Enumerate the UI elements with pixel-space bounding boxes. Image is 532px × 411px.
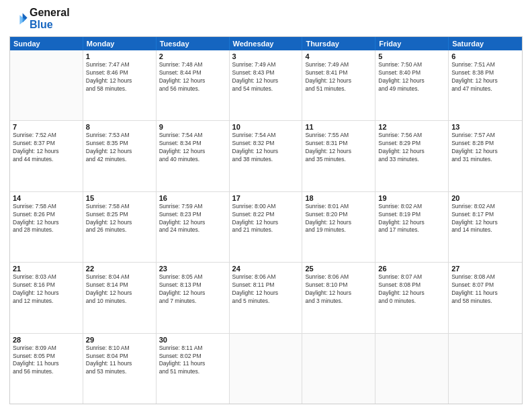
weekday-header: Wednesday [230, 37, 303, 50]
cell-info: Sunrise: 7:58 AM Sunset: 8:26 PM Dayligh… [13, 203, 80, 235]
calendar-cell: 29Sunrise: 8:10 AM Sunset: 8:04 PM Dayli… [83, 334, 157, 404]
day-number: 3 [232, 52, 300, 60]
cell-info: Sunrise: 8:10 AM Sunset: 8:04 PM Dayligh… [86, 345, 153, 377]
cell-info: Sunrise: 8:07 AM Sunset: 8:08 PM Dayligh… [378, 273, 445, 306]
page: General Blue SundayMondayTuesdayWednesda… [0, 0, 532, 411]
cell-info: Sunrise: 8:05 AM Sunset: 8:13 PM Dayligh… [159, 273, 226, 306]
cell-info: Sunrise: 8:03 AM Sunset: 8:16 PM Dayligh… [13, 273, 80, 306]
day-number: 8 [86, 123, 153, 131]
calendar-row: 7Sunrise: 7:52 AM Sunset: 8:37 PM Daylig… [10, 121, 522, 191]
cell-info: Sunrise: 7:47 AM Sunset: 8:46 PM Dayligh… [86, 61, 153, 93]
calendar-cell: 2Sunrise: 7:48 AM Sunset: 8:44 PM Daylig… [157, 50, 230, 120]
weekday-header: Thursday [302, 37, 375, 50]
cell-info: Sunrise: 7:55 AM Sunset: 8:31 PM Dayligh… [305, 132, 372, 164]
cell-info: Sunrise: 7:49 AM Sunset: 8:43 PM Dayligh… [232, 61, 300, 93]
calendar-cell: 28Sunrise: 8:09 AM Sunset: 8:05 PM Dayli… [10, 334, 83, 404]
calendar-cell: 11Sunrise: 7:55 AM Sunset: 8:31 PM Dayli… [302, 121, 375, 191]
cell-info: Sunrise: 8:06 AM Sunset: 8:10 PM Dayligh… [305, 273, 372, 306]
cell-info: Sunrise: 8:06 AM Sunset: 8:11 PM Dayligh… [232, 273, 300, 306]
calendar-cell: 7Sunrise: 7:52 AM Sunset: 8:37 PM Daylig… [10, 121, 83, 191]
calendar-cell: 4Sunrise: 7:49 AM Sunset: 8:41 PM Daylig… [302, 50, 375, 120]
calendar-cell: 13Sunrise: 7:57 AM Sunset: 8:28 PM Dayli… [449, 121, 522, 191]
day-number: 21 [13, 265, 80, 273]
cell-info: Sunrise: 8:04 AM Sunset: 8:14 PM Dayligh… [86, 273, 153, 306]
cell-info: Sunrise: 7:48 AM Sunset: 8:44 PM Dayligh… [159, 61, 226, 93]
cell-info: Sunrise: 8:02 AM Sunset: 8:17 PM Dayligh… [451, 203, 519, 235]
calendar-cell: 14Sunrise: 7:58 AM Sunset: 8:26 PM Dayli… [10, 192, 83, 262]
cell-info: Sunrise: 7:56 AM Sunset: 8:29 PM Dayligh… [378, 132, 445, 164]
calendar-cell [10, 50, 83, 120]
calendar-cell: 22Sunrise: 8:04 AM Sunset: 8:14 PM Dayli… [83, 263, 157, 332]
cell-info: Sunrise: 7:50 AM Sunset: 8:40 PM Dayligh… [378, 61, 445, 93]
day-number: 4 [305, 52, 372, 60]
day-number: 7 [13, 123, 80, 131]
calendar-body: 1Sunrise: 7:47 AM Sunset: 8:46 PM Daylig… [10, 50, 522, 404]
day-number: 13 [451, 123, 519, 131]
calendar-cell: 12Sunrise: 7:56 AM Sunset: 8:29 PM Dayli… [375, 121, 449, 191]
calendar-cell: 5Sunrise: 7:50 AM Sunset: 8:40 PM Daylig… [375, 50, 449, 120]
day-number: 23 [159, 265, 226, 273]
cell-info: Sunrise: 7:54 AM Sunset: 8:34 PM Dayligh… [159, 132, 226, 164]
day-number: 30 [159, 336, 226, 344]
day-number: 5 [378, 52, 445, 60]
calendar-cell: 20Sunrise: 8:02 AM Sunset: 8:17 PM Dayli… [449, 192, 522, 262]
day-number: 12 [378, 123, 445, 131]
cell-info: Sunrise: 8:00 AM Sunset: 8:22 PM Dayligh… [232, 203, 300, 235]
day-number: 26 [378, 265, 445, 273]
calendar-cell: 26Sunrise: 8:07 AM Sunset: 8:08 PM Dayli… [375, 263, 449, 332]
day-number: 15 [86, 194, 153, 202]
calendar-cell: 17Sunrise: 8:00 AM Sunset: 8:22 PM Dayli… [230, 192, 303, 262]
cell-info: Sunrise: 8:09 AM Sunset: 8:05 PM Dayligh… [13, 345, 80, 377]
calendar-cell: 27Sunrise: 8:08 AM Sunset: 8:07 PM Dayli… [449, 263, 522, 332]
weekday-header: Sunday [10, 37, 83, 50]
day-number: 17 [232, 194, 300, 202]
calendar-cell: 15Sunrise: 7:58 AM Sunset: 8:25 PM Dayli… [83, 192, 157, 262]
calendar-row: 1Sunrise: 7:47 AM Sunset: 8:46 PM Daylig… [10, 50, 522, 121]
logo-text: General Blue [30, 7, 70, 31]
day-number: 27 [451, 265, 519, 273]
day-number: 14 [13, 194, 80, 202]
calendar-cell: 30Sunrise: 8:11 AM Sunset: 8:02 PM Dayli… [157, 334, 230, 404]
calendar-cell: 24Sunrise: 8:06 AM Sunset: 8:11 PM Dayli… [230, 263, 303, 332]
calendar-row: 14Sunrise: 7:58 AM Sunset: 8:26 PM Dayli… [10, 192, 522, 263]
calendar-row: 21Sunrise: 8:03 AM Sunset: 8:16 PM Dayli… [10, 263, 522, 333]
calendar-cell: 18Sunrise: 8:01 AM Sunset: 8:20 PM Dayli… [302, 192, 375, 262]
calendar-cell: 16Sunrise: 7:59 AM Sunset: 8:23 PM Dayli… [157, 192, 230, 262]
calendar-cell: 19Sunrise: 8:02 AM Sunset: 8:19 PM Dayli… [375, 192, 449, 262]
calendar-header: SundayMondayTuesdayWednesdayThursdayFrid… [10, 37, 522, 50]
cell-info: Sunrise: 8:08 AM Sunset: 8:07 PM Dayligh… [451, 273, 519, 306]
calendar-cell: 1Sunrise: 7:47 AM Sunset: 8:46 PM Daylig… [83, 50, 157, 120]
logo: General Blue [9, 7, 70, 31]
calendar-cell [230, 334, 303, 404]
day-number: 22 [86, 265, 153, 273]
cell-info: Sunrise: 7:59 AM Sunset: 8:23 PM Dayligh… [159, 203, 226, 235]
calendar-cell: 8Sunrise: 7:53 AM Sunset: 8:35 PM Daylig… [83, 121, 157, 191]
day-number: 28 [13, 336, 80, 344]
calendar-cell: 10Sunrise: 7:54 AM Sunset: 8:32 PM Dayli… [230, 121, 303, 191]
day-number: 18 [305, 194, 372, 202]
weekday-header: Tuesday [157, 37, 230, 50]
weekday-header: Friday [375, 37, 449, 50]
header: General Blue [9, 7, 523, 31]
calendar-cell: 25Sunrise: 8:06 AM Sunset: 8:10 PM Dayli… [302, 263, 375, 332]
logo-icon [9, 9, 28, 28]
weekday-header: Monday [83, 37, 157, 50]
day-number: 9 [159, 123, 226, 131]
cell-info: Sunrise: 7:51 AM Sunset: 8:38 PM Dayligh… [451, 61, 519, 93]
calendar-cell: 21Sunrise: 8:03 AM Sunset: 8:16 PM Dayli… [10, 263, 83, 332]
cell-info: Sunrise: 8:11 AM Sunset: 8:02 PM Dayligh… [159, 345, 226, 377]
calendar: SundayMondayTuesdayWednesdayThursdayFrid… [9, 36, 523, 404]
calendar-cell [375, 334, 449, 404]
day-number: 25 [305, 265, 372, 273]
weekday-header: Saturday [449, 37, 522, 50]
day-number: 11 [305, 123, 372, 131]
day-number: 10 [232, 123, 300, 131]
cell-info: Sunrise: 7:54 AM Sunset: 8:32 PM Dayligh… [232, 132, 300, 164]
cell-info: Sunrise: 8:01 AM Sunset: 8:20 PM Dayligh… [305, 203, 372, 235]
cell-info: Sunrise: 8:02 AM Sunset: 8:19 PM Dayligh… [378, 203, 445, 235]
cell-info: Sunrise: 7:57 AM Sunset: 8:28 PM Dayligh… [451, 132, 519, 164]
day-number: 24 [232, 265, 300, 273]
day-number: 6 [451, 52, 519, 60]
cell-info: Sunrise: 7:53 AM Sunset: 8:35 PM Dayligh… [86, 132, 153, 164]
day-number: 16 [159, 194, 226, 202]
